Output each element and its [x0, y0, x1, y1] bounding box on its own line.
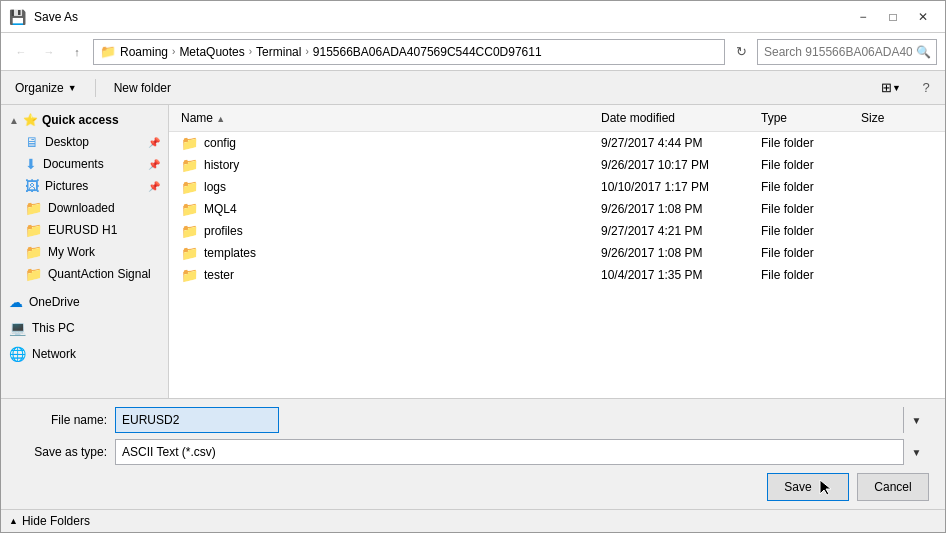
file-list-header: Name ▲ Date modified Type Size: [169, 105, 945, 132]
quick-access-icon: ⭐: [23, 113, 38, 127]
col-date[interactable]: Date modified: [597, 109, 757, 127]
forward-button[interactable]: →: [37, 40, 61, 64]
sidebar-desktop-label: Desktop: [45, 135, 89, 149]
savetype-label: Save as type:: [17, 445, 107, 459]
table-row[interactable]: 📁 logs 10/10/2017 1:17 PM File folder: [169, 176, 945, 198]
table-row[interactable]: 📁 MQL4 9/26/2017 1:08 PM File folder: [169, 198, 945, 220]
new-folder-button[interactable]: New folder: [108, 78, 177, 98]
sidebar-item-desktop[interactable]: 🖥 Desktop 📌: [1, 131, 168, 153]
onedrive-icon: ☁: [9, 294, 23, 310]
filename-dropdown-arrow[interactable]: ▼: [903, 407, 929, 433]
search-wrapper: 🔍: [757, 39, 937, 65]
filename-label: File name:: [17, 413, 107, 427]
sidebar: ▲ ⭐ Quick access 🖥 Desktop 📌 ⬇ Documents…: [1, 105, 169, 398]
new-folder-label: New folder: [114, 81, 171, 95]
sidebar-onedrive-label: OneDrive: [29, 295, 80, 309]
sidebar-item-pictures[interactable]: 🖼 Pictures 📌: [1, 175, 168, 197]
close-button[interactable]: ✕: [909, 7, 937, 27]
downloaded-folder-icon: 📁: [25, 200, 42, 216]
hide-folders-button[interactable]: ▲ Hide Folders: [9, 514, 90, 528]
sidebar-item-documents[interactable]: ⬇ Documents 📌: [1, 153, 168, 175]
sidebar-thispc-label: This PC: [32, 321, 75, 335]
refresh-button[interactable]: ↻: [729, 40, 753, 64]
pictures-icon: 🖼: [25, 178, 39, 194]
desktop-folder-icon: 🖥: [25, 134, 39, 150]
path-segment-id: 915566BA06ADA407569C544CC0D97611: [313, 45, 542, 59]
quantaction-folder-icon: 📁: [25, 266, 42, 282]
filename-row: File name: ▼: [17, 407, 929, 433]
file-folder-icon: 📁: [181, 223, 198, 239]
sidebar-item-downloaded[interactable]: 📁 Downloaded: [1, 197, 168, 219]
sidebar-quantaction-label: QuantAction Signal: [48, 267, 151, 281]
file-folder-icon: 📁: [181, 245, 198, 261]
table-row[interactable]: 📁 profiles 9/27/2017 4:21 PM File folder: [169, 220, 945, 242]
save-label: Save: [784, 480, 811, 494]
file-name-cell: 📁 config: [177, 134, 597, 152]
table-row[interactable]: 📁 tester 10/4/2017 1:35 PM File folder: [169, 264, 945, 286]
bottom-area: File name: ▼ Save as type: ASCII Text (*…: [1, 398, 945, 509]
sidebar-downloaded-label: Downloaded: [48, 201, 115, 215]
path-segment-metaquotes: MetaQuotes: [179, 45, 244, 59]
save-button-wrapper: Save: [767, 473, 849, 501]
sidebar-eurusd-label: EURUSD H1: [48, 223, 117, 237]
cancel-button[interactable]: Cancel: [857, 473, 929, 501]
file-name-cell: 📁 templates: [177, 244, 597, 262]
file-folder-icon: 📁: [181, 135, 198, 151]
file-folder-icon: 📁: [181, 201, 198, 217]
save-button[interactable]: Save: [767, 473, 849, 501]
sidebar-item-mywork[interactable]: 📁 My Work: [1, 241, 168, 263]
filename-input[interactable]: [115, 407, 279, 433]
sidebar-pictures-label: Pictures: [45, 179, 88, 193]
table-row[interactable]: 📁 history 9/26/2017 10:17 PM File folder: [169, 154, 945, 176]
network-icon: 🌐: [9, 346, 26, 362]
col-name[interactable]: Name ▲: [177, 109, 597, 127]
minimize-button[interactable]: −: [849, 7, 877, 27]
sort-arrow-icon: ▲: [216, 114, 225, 124]
sidebar-item-network[interactable]: 🌐 Network: [1, 341, 168, 367]
file-list: Name ▲ Date modified Type Size 📁 config: [169, 105, 945, 398]
path-folder-icon: 📁: [100, 44, 116, 59]
filetype-row: Save as type: ASCII Text (*.csv) ▼: [17, 439, 929, 465]
search-input[interactable]: [757, 39, 937, 65]
back-button[interactable]: ←: [9, 40, 33, 64]
hide-folders-label: Hide Folders: [22, 514, 90, 528]
file-folder-icon: 📁: [181, 179, 198, 195]
sidebar-item-quantaction[interactable]: 📁 QuantAction Signal: [1, 263, 168, 285]
button-row: Save Cancel: [17, 473, 929, 501]
filename-input-wrapper: ▼: [115, 407, 929, 433]
help-button[interactable]: ?: [915, 77, 937, 99]
documents-icon: ⬇: [25, 156, 37, 172]
view-grid-icon: ⊞: [881, 80, 892, 95]
toolbar: Organize ▼ New folder ⊞ ▼ ?: [1, 71, 945, 105]
pictures-pin-icon: 📌: [148, 181, 160, 192]
title-bar-controls: − □ ✕: [849, 7, 937, 27]
col-size[interactable]: Size: [857, 109, 937, 127]
main-content: ▲ ⭐ Quick access 🖥 Desktop 📌 ⬇ Documents…: [1, 105, 945, 398]
window-title: Save As: [34, 10, 78, 24]
organize-chevron-icon: ▼: [68, 83, 77, 93]
file-name-cell: 📁 history: [177, 156, 597, 174]
sidebar-item-onedrive[interactable]: ☁ OneDrive: [1, 289, 168, 315]
col-type[interactable]: Type: [757, 109, 857, 127]
up-button[interactable]: ↑: [65, 40, 89, 64]
sidebar-documents-label: Documents: [43, 157, 104, 171]
sidebar-item-thispc[interactable]: 💻 This PC: [1, 315, 168, 341]
title-bar: 💾 Save As − □ ✕: [1, 1, 945, 33]
sidebar-section-quick-access[interactable]: ▲ ⭐ Quick access: [1, 109, 168, 131]
view-button[interactable]: ⊞ ▼: [875, 77, 907, 98]
table-row[interactable]: 📁 templates 9/26/2017 1:08 PM File folde…: [169, 242, 945, 264]
sidebar-mywork-label: My Work: [48, 245, 95, 259]
sidebar-network-label: Network: [32, 347, 76, 361]
table-row[interactable]: 📁 config 9/27/2017 4:44 PM File folder: [169, 132, 945, 154]
cursor-icon: [818, 478, 832, 496]
address-bar: ← → ↑ 📁 Roaming › MetaQuotes › Terminal …: [1, 33, 945, 71]
organize-button[interactable]: Organize ▼: [9, 78, 83, 98]
maximize-button[interactable]: □: [879, 7, 907, 27]
quick-access-chevron-icon: ▲: [9, 115, 19, 126]
savetype-select[interactable]: ASCII Text (*.csv): [115, 439, 929, 465]
address-path[interactable]: 📁 Roaming › MetaQuotes › Terminal › 9155…: [93, 39, 725, 65]
sidebar-item-eurusd[interactable]: 📁 EURUSD H1: [1, 219, 168, 241]
title-bar-left: 💾 Save As: [9, 9, 78, 25]
cancel-label: Cancel: [874, 480, 911, 494]
save-as-dialog: 💾 Save As − □ ✕ ← → ↑ 📁 Roaming › MetaQu…: [0, 0, 946, 533]
